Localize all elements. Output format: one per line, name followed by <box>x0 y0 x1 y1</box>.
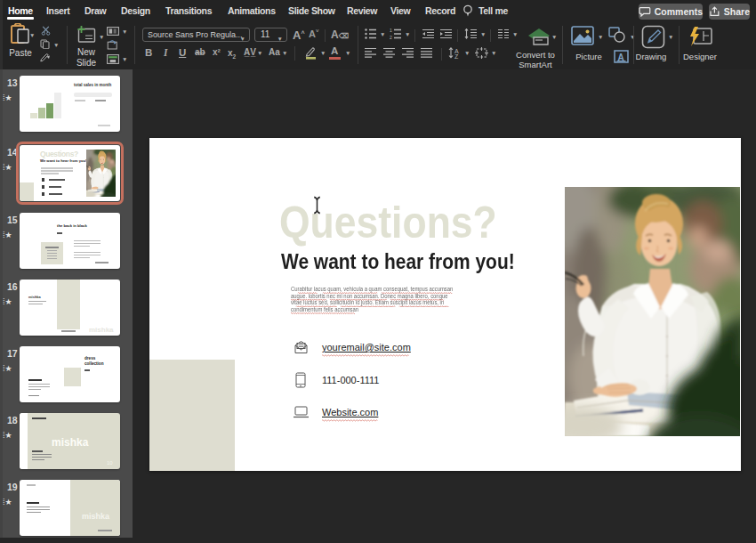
svg-text:A: A <box>618 53 624 62</box>
svg-text:Z: Z <box>454 53 459 59</box>
svg-text:2: 2 <box>390 35 392 39</box>
svg-text:1: 1 <box>390 28 392 33</box>
